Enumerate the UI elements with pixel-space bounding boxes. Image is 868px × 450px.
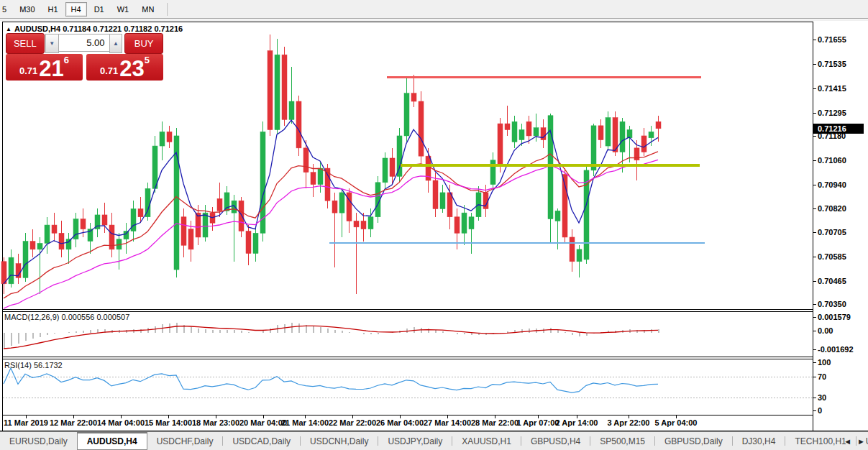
tab-dj30-h4[interactable]: DJ30,H4 <box>733 432 785 450</box>
candle-up <box>289 101 294 119</box>
price-axis-label: 0.71535 <box>818 60 846 68</box>
tab-eurusd-daily[interactable]: EURUSD,Daily <box>0 432 77 450</box>
tab-scroll-right-icon[interactable]: ► <box>857 437 865 446</box>
candle-up <box>383 158 388 183</box>
candle-up <box>203 213 208 237</box>
candle-down <box>1 262 6 284</box>
candle-down <box>268 51 273 130</box>
price-axis-label: 0.70350 <box>818 300 846 308</box>
candle-down <box>81 219 86 229</box>
candle-up <box>253 233 258 253</box>
candle-up <box>368 217 373 229</box>
sell-button[interactable]: SELL <box>6 33 45 54</box>
candle-down <box>598 126 603 140</box>
timeframe-button-h4[interactable]: H4 <box>65 2 87 17</box>
ohlc-text: AUDUSD,H4 0.71184 0.71221 0.71182 0.7121… <box>14 24 183 33</box>
candle-up <box>519 129 524 139</box>
candle-down <box>102 215 107 225</box>
one-click-trading-panel: SELL ▼ 5.00 ▲ BUY 0.71 21 6 0.71 23 5 <box>6 33 163 81</box>
candle-down <box>613 118 618 152</box>
candle-up <box>469 217 474 229</box>
toolbar-separator <box>168 3 169 16</box>
candle-up <box>591 126 596 170</box>
candle-down <box>354 221 359 226</box>
time-axis-label: 11 Mar 2019 <box>4 418 48 427</box>
rsi-value: 56.1732 <box>34 361 63 369</box>
time-axis-label: 14 Mar 04:00 <box>97 418 145 427</box>
tab-gbpusd-daily[interactable]: GBPUSD,Daily <box>655 432 732 450</box>
chart-tab-bar: EURUSD,DailyAUDUSD,H4USDCHF,DailyUSDCAD,… <box>0 431 868 450</box>
time-axis-label: 21 Mar 14:00 <box>281 418 329 427</box>
candle-up <box>404 93 409 136</box>
candle-down <box>454 217 460 234</box>
macd-value-1: 0.000556 <box>61 313 94 321</box>
price-axis-label: 0.70820 <box>818 204 846 213</box>
tab-audusd-h4[interactable]: AUDUSD,H4 <box>77 432 147 450</box>
price-axis-label: 0.70465 <box>818 277 846 285</box>
rsi-axis-label: 30 <box>818 393 826 402</box>
tab-usdcad-daily[interactable]: USDCAD,Daily <box>223 432 300 450</box>
tab-usdchf-daily[interactable]: USDCHF,Daily <box>147 432 223 450</box>
rsi-axis-label: 0 <box>818 406 822 415</box>
tab-xauusd-h1[interactable]: XAUUSD,H1 <box>452 432 521 450</box>
price-axis-label: 0.70705 <box>818 228 846 237</box>
price-axis-label: 0.71060 <box>818 156 846 165</box>
candle-down <box>181 217 186 245</box>
time-axis-label: 27 Mar 14:00 <box>424 418 471 427</box>
tab-gbpusd-h4[interactable]: GBPUSD,H4 <box>521 432 590 450</box>
candle-up <box>440 193 445 209</box>
buy-button[interactable]: BUY <box>124 33 163 54</box>
tab-sp500-m15[interactable]: SP500,M15 <box>590 432 654 450</box>
volume-input[interactable]: 5.00 <box>59 34 109 52</box>
candle-up <box>339 193 344 213</box>
rsi-axis-label: 70 <box>818 372 826 381</box>
macd-axis-label: 0.00 <box>818 326 833 335</box>
tab-usdjpy-daily[interactable]: USDJPY,Daily <box>378 432 452 450</box>
tab-scroll-left-icon[interactable]: ◄ <box>844 437 851 446</box>
candle-up <box>37 243 42 249</box>
candle-down <box>138 208 143 216</box>
candle-down <box>505 124 510 129</box>
time-axis-label: 15 Mar 14:00 <box>145 418 192 427</box>
macd-axis-label: 0.001579 <box>818 313 851 321</box>
timeframe-button-d1[interactable]: D1 <box>88 2 110 17</box>
time-axis-label: 1 Apr 07:00 <box>517 418 559 427</box>
sell-price-tile[interactable]: 0.71 21 6 <box>6 54 83 81</box>
medium-ma-line <box>4 152 658 298</box>
candle-down <box>419 101 424 156</box>
candle-up <box>606 118 611 146</box>
candle-up <box>512 121 517 142</box>
timeframe-button-w1[interactable]: W1 <box>111 2 135 17</box>
current-price-badge: 0.71216 <box>813 124 864 134</box>
fast-ma-line <box>4 120 658 284</box>
candle-down <box>526 121 531 136</box>
candle-up <box>555 211 560 221</box>
candle-up <box>620 121 625 152</box>
candle-up <box>232 201 237 213</box>
candle-down <box>498 124 503 166</box>
candle-down <box>361 221 366 229</box>
volume-increase-button[interactable]: ▲ <box>109 34 123 53</box>
timeframe-button-h1[interactable]: H1 <box>42 2 64 17</box>
rsi-line <box>4 368 658 392</box>
tab-usdcnh-daily[interactable]: USDCNH,Daily <box>301 432 378 450</box>
volume-decrease-button[interactable]: ▼ <box>45 34 59 53</box>
candle-down <box>246 231 251 253</box>
candle-up <box>627 129 632 137</box>
buy-price-tile[interactable]: 0.71 23 5 <box>86 54 163 81</box>
rsi-axis-label: 100 <box>818 358 831 367</box>
symbol-marker-icon: ▲ <box>6 26 12 32</box>
candle-up <box>318 168 323 185</box>
time-axis-label: 5 Apr 04:00 <box>655 418 698 427</box>
timeframe-button-5[interactable]: 5 <box>0 2 12 17</box>
candle-up <box>534 128 539 136</box>
buy-price-big: 23 <box>119 60 144 78</box>
time-axis-label: 28 Mar 22:00 <box>471 418 518 427</box>
candle-down <box>30 242 35 249</box>
candle-up <box>577 249 582 262</box>
timeframe-button-m30[interactable]: M30 <box>14 2 40 17</box>
timeframe-button-mn[interactable]: MN <box>136 2 160 17</box>
candle-down <box>52 225 57 233</box>
time-axis-label: 3 Apr 22:00 <box>608 418 650 427</box>
toolbar-divider-highlight <box>0 19 868 19</box>
